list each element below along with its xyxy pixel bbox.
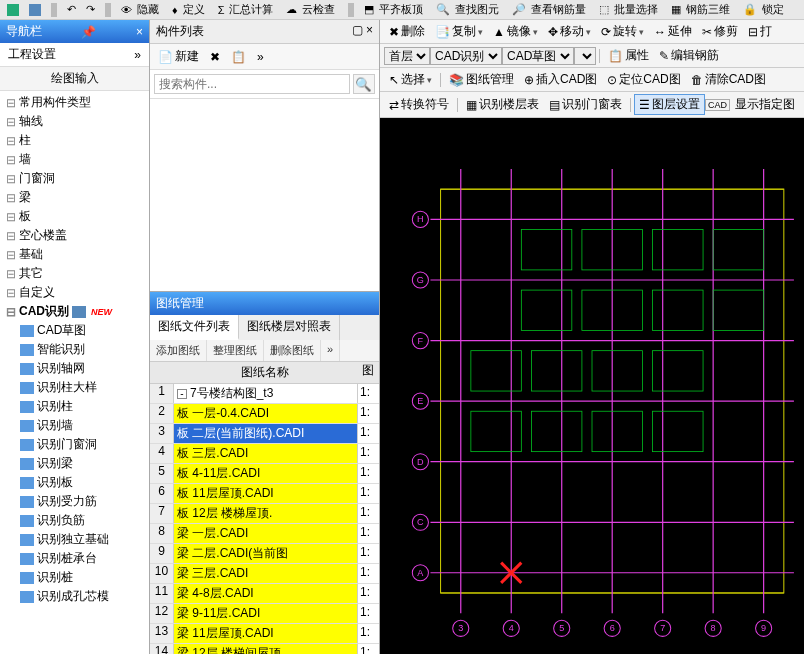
hide-btn[interactable]: 👁 隐藏 — [118, 2, 165, 17]
break-btn[interactable]: ⊟ 打 — [743, 22, 777, 41]
tree-cad-child[interactable]: 识别门窗洞 — [0, 435, 149, 454]
convert-symbol-btn[interactable]: ⇄ 转换符号 — [384, 95, 454, 114]
search-btn[interactable]: 🔍 — [353, 74, 375, 94]
tree-cad-child[interactable]: 识别墙 — [0, 416, 149, 435]
edit-rebar-btn[interactable]: ✎ 编辑钢筋 — [654, 46, 724, 65]
trim-btn[interactable]: ✂ 修剪 — [697, 22, 743, 41]
mirror-btn[interactable]: ▲ 镜像 — [488, 22, 543, 41]
tree-cad-child[interactable]: 识别独立基础 — [0, 530, 149, 549]
drawing-row[interactable]: 8梁 一层.CADI1: — [150, 524, 379, 544]
tree-cad-child[interactable]: 识别桩承台 — [0, 549, 149, 568]
drawing-row[interactable]: 6板 11层屋顶.CADI1: — [150, 484, 379, 504]
pin-icon[interactable]: 📌 — [81, 25, 96, 39]
tab-file-list[interactable]: 图纸文件列表 — [150, 315, 239, 340]
tidy-drawing-btn[interactable]: 整理图纸 — [207, 340, 264, 361]
undo-icon[interactable]: ↶ — [64, 3, 79, 16]
tree-category[interactable]: ⊟ 梁 — [0, 188, 149, 207]
tree-cad-root[interactable]: ⊟ CAD识别 NEW — [0, 302, 149, 321]
close-icon[interactable]: ▢ × — [352, 23, 373, 40]
file-icon[interactable] — [4, 4, 22, 16]
tree-cad-child[interactable]: 识别桩 — [0, 568, 149, 587]
tree-category[interactable]: ⊟ 其它 — [0, 264, 149, 283]
more-btn[interactable]: » — [321, 340, 340, 361]
tree-category[interactable]: ⊟ 柱 — [0, 131, 149, 150]
tree-cad-child[interactable]: 识别受力筋 — [0, 492, 149, 511]
cad-rec-select[interactable]: CAD识别 — [430, 47, 502, 65]
tree-category[interactable]: ⊟ 板 — [0, 207, 149, 226]
batch-select-btn[interactable]: ⬚ 批量选择 — [596, 2, 664, 17]
tree-category[interactable]: ⊟ 空心楼盖 — [0, 226, 149, 245]
tab-floor-map[interactable]: 图纸楼层对照表 — [239, 315, 340, 340]
cad-canvas[interactable]: HGF EDCA 345 6789 — [380, 118, 804, 654]
insert-cad-btn[interactable]: ⊕ 插入CAD图 — [519, 70, 602, 89]
find-unit-btn[interactable]: 🔍 查找图元 — [433, 2, 505, 17]
select-btn[interactable]: ↖ 选择 — [384, 70, 437, 89]
add-drawing-btn[interactable]: 添加图纸 — [150, 340, 207, 361]
tree-cad-child[interactable]: 识别板 — [0, 473, 149, 492]
drawing-row[interactable]: 10梁 三层.CADI1: — [150, 564, 379, 584]
drawing-mgmt-btn[interactable]: 📚 图纸管理 — [444, 70, 519, 89]
cad-draft-select[interactable]: CAD草图 — [502, 47, 574, 65]
drawing-row[interactable]: 9梁 二层.CADI(当前图1: — [150, 544, 379, 564]
tree-category[interactable]: ⊟ 自定义 — [0, 283, 149, 302]
tree-category[interactable]: ⊟ 常用构件类型 — [0, 93, 149, 112]
sum-btn[interactable]: Σ 汇总计算 — [215, 2, 280, 17]
tree-cad-child[interactable]: 识别成孔芯模 — [0, 587, 149, 606]
redo-icon[interactable]: ↷ — [83, 3, 98, 16]
drawing-row[interactable]: 12梁 9-11层.CADI1: — [150, 604, 379, 624]
tree-category[interactable]: ⊟ 基础 — [0, 245, 149, 264]
drawing-row[interactable]: 13梁 11层屋顶.CADI1: — [150, 624, 379, 644]
tool-icon[interactable]: ✖ — [206, 49, 224, 65]
drawing-row[interactable]: 3板 二层(当前图纸).CADI1: — [150, 424, 379, 444]
define-btn[interactable]: ♦ 定义 — [169, 2, 211, 17]
flat-top-btn[interactable]: ⬒ 平齐板顶 — [361, 2, 429, 17]
tool-icon[interactable]: » — [253, 49, 268, 65]
locate-cad-btn[interactable]: ⊙ 定位CAD图 — [602, 70, 685, 89]
tree-category[interactable]: ⊟ 轴线 — [0, 112, 149, 131]
tree-cad-child[interactable]: 识别柱大样 — [0, 378, 149, 397]
tree-cad-child[interactable]: 智能识别 — [0, 340, 149, 359]
lock-btn[interactable]: 🔒 锁定 — [740, 2, 790, 17]
search-input[interactable] — [154, 74, 350, 94]
layer-settings-btn[interactable]: ☰ 图层设置 — [634, 94, 705, 115]
drawing-row[interactable]: 14梁 12层 楼梯间屋顶.1: — [150, 644, 379, 654]
empty-select[interactable] — [574, 47, 596, 65]
delete-btn[interactable]: ✖ 删除 — [384, 22, 430, 41]
cloud-check-btn[interactable]: ☁ 云检查 — [283, 2, 341, 17]
tree-category[interactable]: ⊟ 墙 — [0, 150, 149, 169]
copy-btn[interactable]: 📑 复制 — [430, 22, 488, 41]
tool-icon[interactable]: 📋 — [227, 49, 250, 65]
tree-cad-child[interactable]: 识别轴网 — [0, 359, 149, 378]
tree-cad-child[interactable]: 识别负筋 — [0, 511, 149, 530]
show-layer-btn[interactable]: CAD — [705, 99, 730, 111]
expander-icon[interactable]: - — [177, 389, 187, 399]
nav-project-settings[interactable]: 工程设置» — [0, 43, 149, 67]
close-icon[interactable]: × — [136, 25, 143, 39]
new-component-btn[interactable]: 📄 新建 — [154, 47, 203, 66]
tree-cad-child[interactable]: CAD草图 — [0, 321, 149, 340]
drawing-row[interactable]: 7板 12层 楼梯屋顶.1: — [150, 504, 379, 524]
delete-drawing-btn[interactable]: 删除图纸 — [264, 340, 321, 361]
drawing-row[interactable]: 4板 三层.CADI1: — [150, 444, 379, 464]
show-specified-btn[interactable]: 显示指定图 — [730, 95, 800, 114]
save-icon[interactable] — [26, 4, 44, 16]
nav-draw-input[interactable]: 绘图输入 — [0, 67, 149, 91]
clear-cad-btn[interactable]: 🗑 清除CAD图 — [686, 70, 771, 89]
tree-cad-child[interactable]: 识别柱 — [0, 397, 149, 416]
drawing-row[interactable]: 11梁 4-8层.CADI1: — [150, 584, 379, 604]
tree-category[interactable]: ⊟ 门窗洞 — [0, 169, 149, 188]
drawing-row[interactable]: 1-7号楼结构图_t31: — [150, 384, 379, 404]
rebar-3d-btn[interactable]: ▦ 钢筋三维 — [668, 2, 736, 17]
view-rebar-btn[interactable]: 🔎 查看钢筋量 — [509, 2, 592, 17]
floor-select[interactable]: 首层 — [384, 47, 430, 65]
separator — [348, 3, 354, 17]
tree-cad-child[interactable]: 识别梁 — [0, 454, 149, 473]
rec-floor-table-btn[interactable]: ▦ 识别楼层表 — [461, 95, 544, 114]
property-btn[interactable]: 📋 属性 — [603, 46, 654, 65]
move-btn[interactable]: ✥ 移动 — [543, 22, 596, 41]
drawing-row[interactable]: 2板 一层-0.4.CADI1: — [150, 404, 379, 424]
rec-door-table-btn[interactable]: ▤ 识别门窗表 — [544, 95, 627, 114]
rotate-btn[interactable]: ⟳ 旋转 — [596, 22, 649, 41]
drawing-row[interactable]: 5板 4-11层.CADI1: — [150, 464, 379, 484]
extend-btn[interactable]: ↔ 延伸 — [649, 22, 697, 41]
